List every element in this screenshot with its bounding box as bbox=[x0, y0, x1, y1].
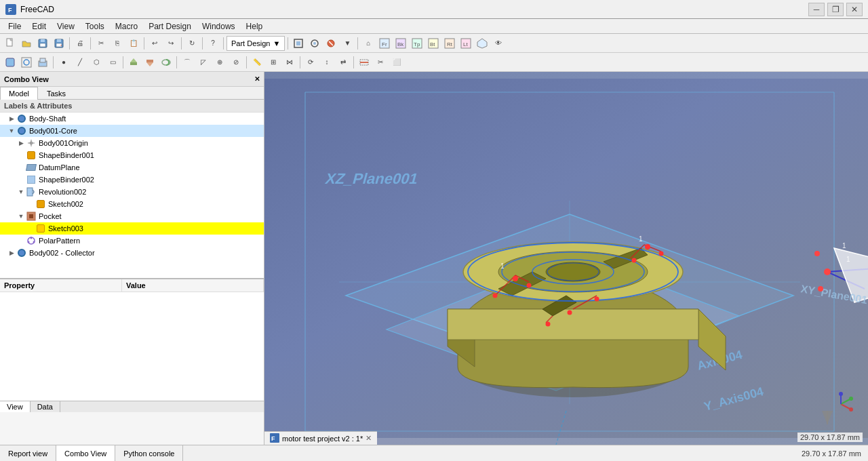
file-tab-label[interactable]: motor test project v2 : 1* bbox=[282, 435, 363, 443]
tree-item-revolution002[interactable]: ▼ Revolution002 bbox=[0, 186, 264, 198]
copy-button[interactable]: ⎘ bbox=[110, 36, 125, 51]
menu-view[interactable]: View bbox=[52, 20, 80, 33]
tab-data[interactable]: Data bbox=[31, 401, 60, 412]
tree-item-body001origin[interactable]: ▶ Body001Origin bbox=[0, 137, 264, 149]
view-front[interactable]: Fr bbox=[377, 36, 392, 51]
boolean[interactable]: ⊕ bbox=[212, 55, 227, 70]
svg-rect-7 bbox=[57, 39, 61, 42]
menu-macro[interactable]: Macro bbox=[110, 20, 143, 33]
tree-area[interactable]: ▶ Body-Shaft ▼ Body001-Core ▶ bbox=[0, 113, 264, 279]
change-attach[interactable]: ⇄ bbox=[336, 55, 351, 70]
expand-arrow[interactable]: ▼ bbox=[16, 213, 26, 220]
menu-file[interactable]: File bbox=[3, 20, 26, 33]
view-options[interactable] bbox=[323, 36, 338, 51]
tree-item-datumplane[interactable]: DatumPlane bbox=[0, 161, 264, 174]
view-fit-sel[interactable] bbox=[307, 36, 322, 51]
expand-arrow[interactable]: ▶ bbox=[7, 115, 16, 122]
view-bottom[interactable]: Bt bbox=[426, 36, 441, 51]
expand-arrow[interactable]: ▶ bbox=[16, 140, 26, 146]
menu-help[interactable]: Help bbox=[241, 20, 269, 33]
draw-point[interactable]: ● bbox=[56, 55, 71, 70]
draw-poly[interactable]: ⬡ bbox=[89, 55, 104, 70]
print-button[interactable]: 🖨 bbox=[73, 36, 87, 51]
split[interactable]: ⊘ bbox=[229, 55, 243, 70]
titlebar: F FreeCAD ─ ❐ ✕ bbox=[0, 0, 868, 19]
menu-partdesign[interactable]: Part Design bbox=[143, 20, 197, 33]
tab-tasks[interactable]: Tasks bbox=[38, 87, 75, 100]
expand-arrow[interactable]: ▼ bbox=[7, 127, 16, 134]
save-as-button[interactable]: * bbox=[52, 36, 66, 51]
draw-line[interactable]: ╱ bbox=[73, 55, 87, 70]
minimize-button[interactable]: ─ bbox=[808, 3, 825, 16]
tree-item-sketch003[interactable]: Sketch003 bbox=[0, 222, 264, 235]
tree-item-body-shaft[interactable]: ▶ Body-Shaft bbox=[0, 113, 264, 125]
view-top[interactable]: Tp bbox=[410, 36, 425, 51]
view-clipping2[interactable]: ⬜ bbox=[389, 55, 404, 70]
svg-point-94 bbox=[595, 297, 599, 302]
tree-item-polarpattern[interactable]: PolarPattern bbox=[0, 235, 264, 247]
body-shaft-label: Body-Shaft bbox=[29, 115, 66, 123]
new-button[interactable] bbox=[3, 36, 18, 51]
tab-view[interactable]: View bbox=[0, 401, 31, 412]
maximize-button[interactable]: ❐ bbox=[827, 3, 844, 16]
mirror[interactable]: ⋈ bbox=[282, 55, 297, 70]
property-header: Property Value bbox=[0, 279, 264, 292]
view-stereo[interactable]: 👁 bbox=[491, 36, 506, 51]
menu-windows[interactable]: Windows bbox=[197, 20, 241, 33]
redo-button[interactable]: ↪ bbox=[163, 36, 178, 51]
refresh-button[interactable]: ↻ bbox=[184, 36, 199, 51]
measure[interactable]: 📏 bbox=[250, 55, 264, 70]
pocket-button[interactable] bbox=[142, 55, 157, 70]
status-tab-report[interactable]: Report view bbox=[0, 445, 56, 461]
new-subshape[interactable] bbox=[35, 55, 50, 70]
main-area: Combo View ✕ Model Tasks Labels & Attrib… bbox=[0, 72, 868, 445]
workbench-dropdown[interactable]: Part Design ▼ bbox=[226, 36, 285, 51]
attach-map[interactable]: ↕ bbox=[319, 55, 334, 70]
view-clipping[interactable]: ✂ bbox=[373, 55, 388, 70]
save-button[interactable] bbox=[35, 36, 50, 51]
paste-button[interactable]: 📋 bbox=[126, 36, 141, 51]
fillet[interactable]: ⌒ bbox=[180, 55, 195, 70]
close-button[interactable]: ✕ bbox=[846, 3, 863, 16]
tree-item-shapebinder002[interactable]: ShapeBinder002 bbox=[0, 174, 264, 186]
combo-close-button[interactable]: ✕ bbox=[254, 75, 260, 83]
view-section[interactable] bbox=[357, 55, 372, 70]
tree-item-body001-core[interactable]: ▼ Body001-Core bbox=[0, 125, 264, 137]
view-back[interactable]: Bk bbox=[393, 36, 408, 51]
status-tab-combo[interactable]: Combo View bbox=[56, 445, 115, 461]
viewport[interactable]: XZ_Plane001 Y_Axis004 Axis004 bbox=[264, 72, 868, 445]
new-sketch[interactable] bbox=[19, 55, 34, 70]
tree-item-shapebinder001[interactable]: ShapeBinder001 bbox=[0, 149, 264, 161]
freecad-icon-small: F bbox=[270, 433, 279, 444]
attach-offset[interactable]: ⟳ bbox=[303, 55, 318, 70]
left-panel: Combo View ✕ Model Tasks Labels & Attrib… bbox=[0, 72, 264, 445]
view-right[interactable]: Rt bbox=[442, 36, 457, 51]
expand-arrow[interactable]: ▶ bbox=[7, 249, 16, 256]
cut-button[interactable]: ✂ bbox=[94, 36, 108, 51]
view-home[interactable]: ⌂ bbox=[361, 36, 376, 51]
tree-item-body002[interactable]: ▶ Body002 - Collector bbox=[0, 247, 264, 259]
undo-button[interactable]: ↩ bbox=[147, 36, 162, 51]
new-body[interactable] bbox=[3, 55, 18, 70]
draw-rect[interactable]: ▭ bbox=[105, 55, 120, 70]
help-button[interactable]: ? bbox=[205, 36, 220, 51]
svg-point-87 bbox=[513, 276, 518, 281]
revolution-button[interactable] bbox=[159, 55, 174, 70]
chamfer[interactable]: ◸ bbox=[196, 55, 211, 70]
tree-item-sketch002[interactable]: Sketch002 bbox=[0, 198, 264, 210]
view-left[interactable]: Lt bbox=[458, 36, 473, 51]
expand-arrow[interactable]: ▼ bbox=[16, 188, 26, 195]
view-iso[interactable] bbox=[475, 36, 490, 51]
open-button[interactable] bbox=[19, 36, 34, 51]
menu-tools[interactable]: Tools bbox=[80, 20, 110, 33]
sep-t2-1 bbox=[53, 56, 54, 68]
view-dropdown-btn[interactable]: ▼ bbox=[340, 36, 355, 51]
status-tab-python[interactable]: Python console bbox=[115, 445, 183, 461]
menu-edit[interactable]: Edit bbox=[26, 20, 52, 33]
pattern[interactable]: ⊞ bbox=[266, 55, 281, 70]
tab-model[interactable]: Model bbox=[0, 87, 38, 100]
file-close-button[interactable]: ✕ bbox=[366, 434, 372, 443]
tree-item-pocket[interactable]: ▼ Pocket bbox=[0, 210, 264, 222]
view-fit-all[interactable] bbox=[291, 36, 306, 51]
pad-button[interactable] bbox=[126, 55, 141, 70]
